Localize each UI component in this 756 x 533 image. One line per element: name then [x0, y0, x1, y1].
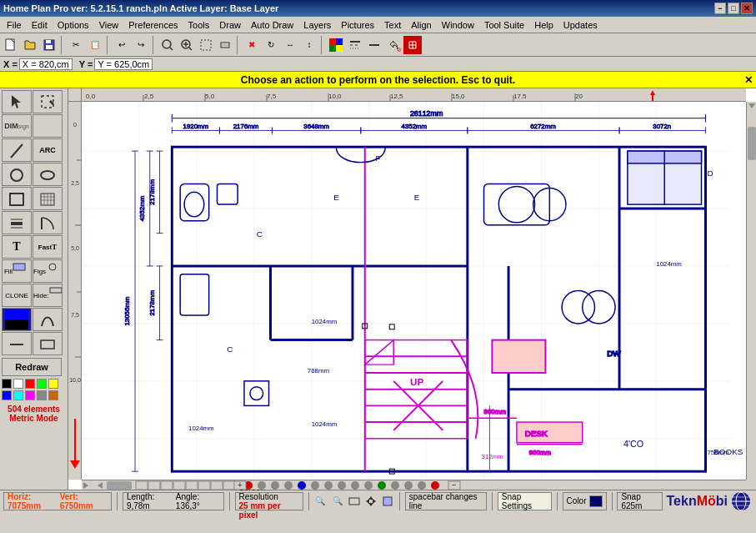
tool-row-line2 — [2, 332, 66, 355]
color-yellow[interactable] — [48, 379, 58, 389]
vertical-scrollbar[interactable] — [746, 102, 756, 480]
resolution-display: Screen Resolution 25 mm per pixel — [235, 492, 303, 510]
status-bar: Horiz: 7075mm Vert: 6750mm Length: 9,78m… — [0, 490, 756, 511]
menubar: File Edit Options View Preferences Tools… — [0, 17, 756, 33]
snap-settings-btn[interactable]: Snap Settings — [498, 492, 552, 510]
color-cyan[interactable] — [13, 390, 23, 400]
zoom-fit-button[interactable] — [216, 36, 234, 54]
minimize-button[interactable]: − — [714, 3, 726, 14]
multiline-tool[interactable] — [33, 187, 63, 210]
menu-layers[interactable]: Layers — [298, 18, 336, 32]
close-button[interactable]: ✕ — [741, 3, 753, 14]
menu-view[interactable]: View — [94, 18, 124, 32]
menu-window[interactable]: Window — [437, 18, 479, 32]
select-all-button[interactable] — [197, 36, 215, 54]
curve-tool[interactable] — [33, 308, 63, 331]
color-orange[interactable] — [48, 390, 58, 400]
tool-row-dim: DIM sign — [2, 114, 66, 138]
redo-button[interactable]: ↪ — [132, 36, 150, 54]
svg-point-113 — [431, 481, 439, 490]
floor-plan-svg: 26112mm 1920mm 2176mm — [82, 102, 746, 480]
flip-v-button[interactable]: ↕ — [300, 36, 318, 54]
pan-button[interactable] — [364, 494, 378, 509]
circle-tool[interactable] — [2, 163, 32, 186]
figs-tool[interactable]: Figs — [33, 259, 63, 283]
line-tool[interactable] — [2, 138, 32, 162]
undo2-button[interactable]: ⊘ — [384, 36, 403, 54]
zoom-select-button[interactable] — [158, 36, 177, 54]
horizontal-scrollbar[interactable]: − + — [82, 480, 746, 490]
color-black[interactable] — [2, 379, 12, 389]
arc-tool[interactable]: ARC — [33, 138, 63, 162]
zoom-in-button[interactable] — [178, 36, 196, 54]
flip-h-button[interactable]: ↔ — [281, 36, 299, 54]
menu-file[interactable]: File — [2, 18, 27, 32]
color-blue[interactable] — [2, 390, 12, 400]
wall-tool[interactable] — [2, 211, 32, 234]
fill-tool[interactable]: Fill — [2, 259, 32, 283]
titlebar: Home Plan Pro ver: 5.2.15.1 ranch.pln Ac… — [0, 0, 756, 17]
zoom-fit-status-button[interactable] — [348, 494, 361, 509]
color-gray[interactable] — [37, 390, 47, 400]
rect-tool[interactable] — [2, 187, 32, 210]
color-green[interactable] — [37, 379, 47, 389]
new-button[interactable] — [2, 36, 20, 54]
panel-tool[interactable] — [33, 332, 63, 355]
svg-text:15,0: 15,0 — [452, 93, 465, 100]
app-title: Home Plan Pro ver: 5.2.15.1 ranch.pln Ac… — [3, 3, 278, 13]
svg-text:960mm: 960mm — [529, 449, 552, 456]
color-white[interactable] — [13, 379, 23, 389]
ellipse-tool[interactable] — [33, 163, 63, 186]
undo-button[interactable]: ↩ — [113, 36, 131, 54]
open-button[interactable] — [21, 36, 39, 54]
svg-point-111 — [404, 481, 413, 490]
snap-message-text: spacebar changes line — [409, 492, 483, 510]
menu-toolsuite[interactable]: Tool Suite — [479, 18, 529, 32]
menu-align[interactable]: Align — [406, 18, 436, 32]
text-tool[interactable]: T — [2, 235, 32, 259]
zoom-out-status-button[interactable]: 🔍 — [313, 494, 327, 509]
y-label: Y = — [79, 59, 93, 69]
menu-preferences[interactable]: Preferences — [123, 18, 183, 32]
box-select-tool[interactable] — [33, 90, 63, 113]
color-picker-button[interactable] — [327, 36, 345, 54]
menu-updates[interactable]: Updates — [558, 18, 603, 32]
menu-draw[interactable]: Draw — [214, 18, 246, 32]
menu-options[interactable]: Options — [53, 18, 94, 32]
svg-line-32 — [11, 144, 23, 158]
menu-help[interactable]: Help — [529, 18, 558, 32]
menu-tools[interactable]: Tools — [183, 18, 215, 32]
fast-text-tool[interactable]: Fast T — [33, 235, 63, 259]
delete-button[interactable]: ✖ — [243, 36, 261, 54]
zoom-in-status-button[interactable]: 🔍 — [331, 494, 344, 509]
door-tool[interactable] — [33, 211, 63, 234]
hide-tool[interactable]: Hide: — [33, 284, 63, 307]
show-all-button[interactable] — [381, 494, 394, 509]
dim-tool[interactable]: DIM sign — [2, 114, 32, 138]
line2-tool[interactable] — [2, 332, 32, 355]
copy-button[interactable]: 📋 — [86, 36, 104, 54]
line-style-button[interactable] — [346, 36, 364, 54]
maximize-button[interactable]: □ — [728, 3, 739, 14]
svg-rect-246 — [349, 498, 359, 505]
menu-edit[interactable]: Edit — [27, 18, 53, 32]
menu-autodraw[interactable]: Auto Draw — [246, 18, 298, 32]
rotate-button[interactable]: ↻ — [262, 36, 280, 54]
color-magenta[interactable] — [25, 390, 35, 400]
line-width-button[interactable] — [365, 36, 383, 54]
tool-row-text: T Fast T — [2, 235, 66, 259]
redraw-button[interactable]: Redraw — [2, 358, 62, 376]
drawing-canvas[interactable]: 26112mm 1920mm 2176mm — [82, 102, 746, 480]
color-display[interactable]: Color — [563, 492, 607, 510]
color-swatch-tool[interactable] — [2, 308, 32, 331]
svg-text:10,0: 10,0 — [69, 377, 81, 383]
grid-snap-button[interactable] — [403, 36, 422, 54]
menu-text[interactable]: Text — [379, 18, 406, 32]
select-arrow-tool[interactable] — [2, 90, 32, 113]
color-red[interactable] — [25, 379, 35, 389]
status-close-button[interactable]: ✕ — [744, 74, 753, 86]
clone-tool[interactable]: CLONE — [2, 284, 32, 307]
menu-pictures[interactable]: Pictures — [336, 18, 379, 32]
save-button[interactable] — [40, 36, 58, 54]
cut-button[interactable]: ✂ — [67, 36, 85, 54]
